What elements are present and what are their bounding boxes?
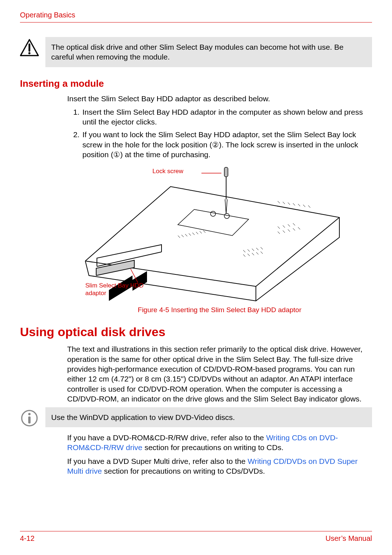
svg-line-17: [248, 249, 250, 252]
svg-line-21: [243, 254, 245, 257]
svg-line-15: [203, 230, 205, 233]
svg-line-4: [256, 217, 339, 286]
svg-line-26: [278, 227, 280, 229]
info-callout: Use the WinDVD application to view DVD-V…: [20, 407, 372, 428]
inserting-steps: Insert the Slim Select Bay HDD adaptor i…: [67, 107, 372, 159]
figure-label-adaptor-l1: Slim Select Bay HDD: [85, 282, 144, 289]
svg-line-22: [248, 254, 250, 256]
page-header: Operating Basics: [20, 11, 372, 23]
list-item: If you want to lock the Slim Select Bay …: [82, 130, 372, 159]
svg-line-23: [252, 253, 254, 255]
svg-line-9: [181, 235, 184, 237]
svg-line-13: [196, 232, 198, 234]
svg-line-32: [288, 229, 290, 232]
svg-line-18: [252, 249, 254, 251]
svg-point-49: [28, 413, 31, 416]
footer-page-number: 4-12: [20, 534, 34, 543]
svg-line-14: [200, 231, 202, 233]
svg-line-19: [256, 248, 258, 250]
svg-line-11: [189, 233, 191, 236]
optical-para2: If you have a DVD-ROM&CD-R/RW drive, ref…: [67, 433, 372, 453]
optical-para1: The text and illustrations in this secti…: [67, 344, 372, 404]
svg-line-36: [283, 202, 285, 204]
svg-line-39: [298, 204, 300, 206]
header-section: Operating Basics: [20, 11, 75, 19]
list-item: Insert the Slim Select Bay HDD adaptor i…: [82, 107, 372, 127]
section-heading-optical: Using optical disk drives: [20, 325, 372, 339]
figure-label-adaptor-l2: adaptor: [85, 290, 106, 297]
info-text: Use the WinDVD application to view DVD-V…: [45, 407, 372, 427]
warning-callout: The optical disk drive and other Slim Se…: [20, 37, 372, 67]
figure-caption: Figure 4-5 Inserting the Slim Select Bay…: [67, 306, 372, 314]
svg-line-40: [303, 205, 305, 207]
svg-line-24: [256, 252, 258, 254]
svg-point-2: [28, 52, 30, 54]
svg-line-10: [185, 234, 187, 236]
svg-line-25: [261, 252, 263, 254]
svg-line-38: [293, 203, 295, 205]
svg-line-8: [178, 236, 180, 238]
footer-doc-title: User’s Manual: [326, 534, 372, 543]
svg-line-35: [278, 201, 280, 203]
svg-line-34: [298, 227, 300, 229]
warning-text: The optical disk drive and other Slim Se…: [45, 37, 372, 67]
svg-rect-50: [28, 416, 31, 424]
svg-point-43: [224, 213, 229, 219]
figure-label-lockscrew: Lock screw: [152, 168, 183, 175]
svg-line-12: [192, 233, 195, 235]
svg-line-30: [278, 232, 280, 234]
svg-line-16: [243, 250, 245, 252]
optical-para3: If you have a DVD Super Multi drive, ref…: [67, 456, 372, 476]
svg-point-42: [211, 211, 216, 216]
page-footer: 4-12 User’s Manual: [20, 531, 372, 543]
svg-line-29: [293, 223, 295, 225]
warning-icon: [20, 38, 39, 57]
svg-rect-45: [224, 167, 228, 177]
svg-line-20: [261, 247, 263, 249]
svg-line-31: [283, 230, 285, 233]
figure-slim-select-bay: Lock screw Slim Select Bay HDD adaptor: [74, 167, 350, 305]
svg-line-41: [308, 205, 310, 208]
info-icon: [20, 409, 39, 428]
svg-line-27: [283, 225, 285, 228]
section-title-inserting: Inserting a module: [20, 78, 372, 89]
svg-line-28: [288, 224, 290, 227]
svg-line-33: [293, 228, 295, 230]
svg-line-37: [288, 203, 290, 205]
inserting-intro: Insert the Slim Select Bay HDD adaptor a…: [67, 94, 372, 103]
